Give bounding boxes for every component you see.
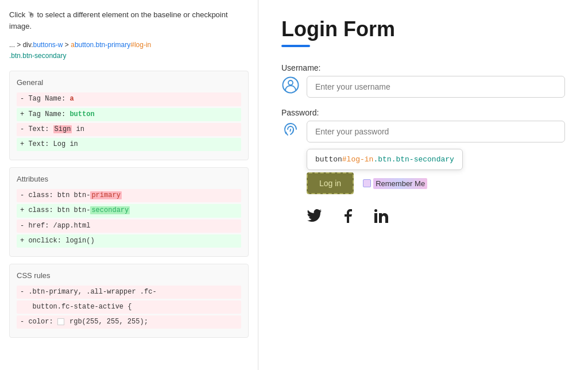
remember-checkbox[interactable] (363, 179, 371, 187)
twitter-icon[interactable] (307, 208, 323, 228)
facebook-icon[interactable] (340, 208, 356, 228)
right-panel: Login Form Username: Password: (258, 0, 588, 370)
diff-row: + Tag Name: button (17, 108, 241, 121)
title-underline (281, 45, 310, 47)
username-row (281, 76, 565, 98)
diff-row: - .btn-primary, .all-wrapper .fc- (17, 286, 241, 299)
breadcrumb-class2: button.btn-primary (75, 41, 130, 49)
general-title: General (17, 78, 241, 87)
user-icon (281, 76, 300, 97)
diff-row: + onclick: login() (17, 234, 241, 248)
linkedin-icon[interactable] (373, 208, 389, 228)
svg-point-3 (374, 209, 377, 212)
password-field: Password: button#log-in.btn.btn-secondar… (281, 108, 565, 142)
diff-row: - class: btn btn-primary (17, 189, 241, 202)
password-label: Password: (281, 108, 565, 117)
breadcrumb-prefix: ... > div. (9, 41, 33, 49)
username-input[interactable] (307, 76, 565, 98)
diff-row: + Text: Log in (17, 138, 241, 151)
breadcrumb-class1: buttons-w (33, 41, 63, 49)
attributes-section: Attributes - class: btn btn-primary + cl… (9, 167, 249, 257)
password-row (281, 121, 565, 142)
breadcrumb-sep: > (63, 41, 71, 49)
login-button[interactable]: Log in (307, 172, 354, 194)
breadcrumb: ... > div.buttons-w > abutton.btn-primar… (9, 40, 249, 61)
username-label: Username: (281, 63, 565, 72)
css-title: CSS rules (17, 271, 241, 280)
css-section: CSS rules - .btn-primary, .all-wrapper .… (9, 264, 249, 338)
svg-point-1 (288, 80, 293, 85)
fingerprint-icon (281, 121, 300, 142)
username-field: Username: (281, 63, 565, 98)
breadcrumb-element: a (71, 41, 75, 49)
remember-me-container: Remember Me (363, 178, 427, 189)
attributes-title: Attributes (17, 175, 241, 183)
svg-rect-2 (374, 213, 377, 223)
password-input[interactable] (307, 121, 565, 142)
diff-row: button.fc-state-active { (17, 300, 241, 314)
breadcrumb-id: #log-in (130, 41, 151, 49)
remember-label: Remember Me (373, 178, 427, 189)
element-tooltip: button#log-in.btn.btn-secondary (307, 149, 463, 170)
diff-row: - color: rgb(255, 255, 255); (17, 315, 241, 329)
left-panel: Click 🖱 to select a different element on… (0, 0, 258, 370)
instruction-text: Click 🖱 to select a different element on… (9, 9, 249, 32)
diff-row: - Text: Sign in (17, 123, 241, 136)
social-icons (307, 208, 565, 228)
form-actions: Log in Remember Me (307, 172, 565, 194)
form-title: Login Form (281, 17, 565, 41)
diff-row: - Tag Name: a (17, 92, 241, 106)
breadcrumb-line2: .btn.btn-secondary (9, 52, 66, 60)
diff-row: + class: btn btn-secondary (17, 204, 241, 217)
general-section: General - Tag Name: a + Tag Name: button… (9, 71, 249, 160)
diff-row: - href: /app.html (17, 219, 241, 233)
